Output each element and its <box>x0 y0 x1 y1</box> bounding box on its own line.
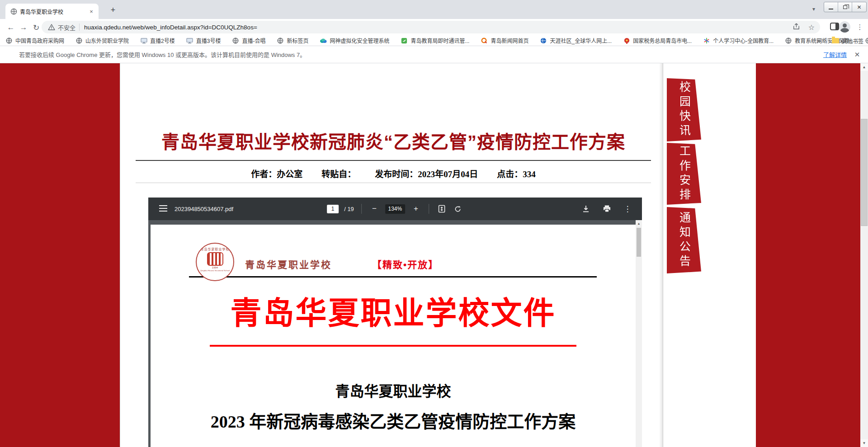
bookmark-star-icon[interactable]: ☆ <box>808 23 815 32</box>
security-label[interactable]: 不安全 <box>58 23 75 32</box>
minimize-icon <box>829 9 833 9</box>
window-minimize-button[interactable] <box>824 2 838 12</box>
bookmark-item[interactable]: 青岛新闻网首页 <box>481 37 528 44</box>
zoom-out-button[interactable]: − <box>369 203 380 214</box>
browser-window: 青岛华夏职业学校 × + ▾ ✕ ← → ↻ 不安全 huaxia.qdedu.… <box>0 0 868 447</box>
bookmarks-separator <box>826 37 826 44</box>
pdf-zoom-level[interactable]: 134% <box>385 204 405 214</box>
notification-close-icon[interactable]: ✕ <box>853 51 862 59</box>
bookmarks-overflow-icon[interactable]: » <box>817 37 821 45</box>
bookmark-item[interactable]: 个人学习中心-全国教育... <box>703 37 774 44</box>
tab-title: 青岛华夏职业学校 <box>20 8 85 15</box>
browser-menu-icon[interactable]: ⋮ <box>856 22 864 32</box>
download-icon[interactable] <box>580 203 591 214</box>
profile-avatar[interactable] <box>839 21 850 33</box>
pdf-page-input[interactable]: 1 <box>327 205 339 213</box>
bookmarks-bar: 中国青岛政府采购网 山东外贸职业学院 直播2号楼 直播3号楼 直播-合唱 新标签… <box>0 35 868 46</box>
pdf-more-options-icon[interactable]: ⋮ <box>622 203 633 214</box>
restore-icon <box>843 5 847 9</box>
globe-icon <box>865 37 868 44</box>
fit-page-icon[interactable] <box>436 203 447 214</box>
pdf-scrollbar-thumb[interactable] <box>637 228 641 257</box>
globe-icon <box>785 37 792 44</box>
address-bar[interactable]: 不安全 huaxia.qdedu.net/web/web_infoDetail.… <box>42 21 820 33</box>
bookmark-item[interactable]: 天涯社区_全球华人网上... <box>540 37 612 44</box>
bookmark-item[interactable]: 直播-合唱 <box>232 37 265 44</box>
other-bookmarks-label: 其他书签 <box>842 37 863 45</box>
doc-header-school-name: 青岛华夏职业学校 <box>245 257 332 271</box>
window-restore-button[interactable] <box>838 2 852 12</box>
bookmark-item[interactable]: 国家税务总局青岛市电... <box>623 37 692 44</box>
doc-heading-2: 2023 年新冠病毒感染乙类乙管疫情防控工作方案 <box>151 408 636 433</box>
tab-search-chevron-icon[interactable]: ▾ <box>808 4 819 14</box>
bookmark-item[interactable]: 网神虚拟化安全管理系统 <box>320 37 389 44</box>
red-emblem-icon <box>623 37 630 44</box>
pdf-page: 青岛华夏职业学校 1994 Qingdao Huaxia Vocational … <box>151 225 636 447</box>
meta-date: 发布时间：2023年07月04日 <box>375 167 478 179</box>
bookmark-label: 个人学习中心-全国教育... <box>713 37 774 44</box>
green-app-icon <box>401 37 408 44</box>
school-logo: 青岛华夏职业学校 1994 Qingdao Huaxia Vocational … <box>196 243 234 281</box>
doc-heading-1: 青岛华夏职业学校 <box>151 380 636 400</box>
security-warning-icon[interactable] <box>48 24 55 30</box>
panel-shadow <box>659 63 663 447</box>
pdf-menu-icon[interactable] <box>159 205 167 206</box>
pdf-scrollbar[interactable]: ▲ <box>636 220 642 447</box>
globe-icon <box>277 37 284 44</box>
bookmark-item[interactable]: 直播2号楼 <box>140 37 175 44</box>
omnibox-divider <box>79 24 80 31</box>
bookmark-label: 直播-合唱 <box>242 37 265 44</box>
bookmark-item[interactable]: 新标签页 <box>277 37 308 44</box>
bookmark-item[interactable]: 中国青岛政府采购网 <box>5 37 64 44</box>
bookmark-item[interactable]: 直播3号楼 <box>186 37 221 44</box>
back-button[interactable]: ← <box>5 22 16 33</box>
cloud-icon <box>320 37 327 44</box>
reload-button[interactable]: ↻ <box>31 22 42 33</box>
ribbon-label: 校园快讯 <box>679 81 690 139</box>
doc-header-motto: 【精致•开放】 <box>372 257 439 271</box>
learn-more-link[interactable]: 了解详情 <box>823 50 847 59</box>
pdf-viewer: 202394850534607.pdf 1 / 19 − 134% + <box>148 198 642 447</box>
scrollbar-thumb[interactable] <box>861 119 868 226</box>
bookmark-label: 国家税务总局青岛市电... <box>633 37 692 44</box>
meta-source: 转贴自： <box>321 167 356 179</box>
share-icon[interactable] <box>793 23 800 32</box>
page-content: 青岛华夏职业学校新冠肺炎“乙类乙管”疫情防控工作方案 作者：办公室 转贴自： 发… <box>0 63 868 447</box>
scroll-up-icon[interactable]: ▲ <box>860 63 868 71</box>
zoom-in-button[interactable]: + <box>410 203 421 214</box>
pdf-body: 青岛华夏职业学校 1994 Qingdao Huaxia Vocational … <box>148 220 642 447</box>
bookmark-item[interactable]: 青岛教育局即时通讯管... <box>401 37 469 44</box>
scroll-down-icon[interactable]: ▼ <box>860 439 868 447</box>
bookmark-item[interactable]: 山东外贸职业学院 <box>75 37 129 44</box>
page-scrollbar[interactable]: ▲ ▼ <box>860 63 868 447</box>
rotate-icon[interactable] <box>453 203 463 214</box>
title-divider <box>136 160 651 161</box>
notification-message: 若要接收后续 Google Chrome 更新，您需使用 Windows 10 … <box>19 50 306 59</box>
orange-q-icon <box>481 37 488 44</box>
print-icon[interactable] <box>601 203 612 214</box>
meta-clicks: 点击：334 <box>497 167 536 179</box>
window-close-button[interactable]: ✕ <box>852 2 866 12</box>
meta-divider <box>136 183 651 183</box>
url-text[interactable]: huaxia.qdedu.net/web/web_infoDetail.aspx… <box>84 24 793 31</box>
globe-icon <box>5 37 13 44</box>
bookmark-label: 直播3号楼 <box>196 37 221 44</box>
bookmark-label: 山东外贸职业学院 <box>85 37 129 44</box>
bookmark-label: 青岛新闻网首页 <box>491 37 528 44</box>
forward-button[interactable]: → <box>18 22 29 33</box>
bookmark-label: 直播2号楼 <box>150 37 175 44</box>
article-title: 青岛华夏职业学校新冠肺炎“乙类乙管”疫情防控工作方案 <box>136 127 651 154</box>
chrome-update-notification: 若要接收后续 Google Chrome 更新，您需使用 Windows 10 … <box>0 46 868 63</box>
tab-strip: 青岛华夏职业学校 × + ▾ ✕ <box>0 0 868 19</box>
monitor-icon <box>186 37 193 44</box>
other-bookmarks-button[interactable]: 其他书签 <box>832 37 863 45</box>
browser-toolbar: ← → ↻ 不安全 huaxia.qdedu.net/web/web_infoD… <box>0 19 868 35</box>
new-tab-button[interactable]: + <box>108 5 118 15</box>
side-panel-icon[interactable] <box>830 23 839 30</box>
logo-text-top: 青岛华夏职业学校 <box>197 247 233 251</box>
pdf-scroll-up-icon[interactable]: ▲ <box>636 220 642 226</box>
bookmark-item[interactable]: 网站首页 - 青岛市教育... <box>865 37 868 44</box>
browser-tab[interactable]: 青岛华夏职业学校 × <box>5 4 99 19</box>
meta-author: 作者：办公室 <box>251 167 302 179</box>
tab-close-icon[interactable]: × <box>88 8 95 15</box>
